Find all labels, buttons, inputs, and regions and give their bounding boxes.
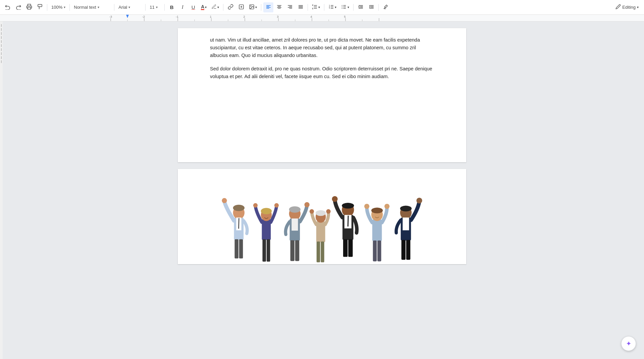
line-spacing-icon [312,4,318,11]
margin-tick-4 [1,36,2,39]
document-page-1[interactable]: ut nam. Vim ut illud ancillae, amet zril… [178,28,466,162]
svg-text:1: 1 [210,15,211,18]
svg-text:2: 2 [243,15,245,18]
svg-rect-0 [28,7,31,9]
svg-point-35 [342,6,342,7]
margin-tick-3 [1,32,2,35]
redo-button[interactable] [13,2,23,12]
editing-mode-button[interactable]: Editing ▾ [613,4,641,10]
decrease-indent-button[interactable] [356,2,366,12]
bold-button[interactable]: B [167,2,177,12]
editing-label: Editing [622,5,636,10]
highlight-chevron-icon: ▾ [217,5,219,9]
font-size-value: 11 [150,5,154,10]
bulleted-list-chevron-icon: ▾ [347,5,349,9]
link-button[interactable] [225,2,235,12]
text-color-button[interactable]: A ▾ [199,2,209,12]
svg-text:-2: -2 [142,15,145,18]
svg-text:5: 5 [344,15,345,18]
image-button[interactable]: ▾ [247,2,259,12]
paint-format-button[interactable] [35,2,45,12]
image-container [210,177,434,264]
print-button[interactable] [24,2,34,12]
editing-chevron-icon: ▾ [637,5,639,9]
line-spacing-chevron-icon: ▾ [318,5,320,9]
svg-point-34 [342,5,342,6]
underline-button[interactable]: U [188,2,198,12]
svg-text:-1: -1 [176,15,178,18]
svg-rect-94 [291,219,298,231]
image-chevron-icon: ▾ [255,5,257,9]
svg-rect-115 [373,241,377,261]
svg-point-97 [316,210,326,216]
separator-4 [145,4,146,11]
line-spacing-button[interactable]: ▾ [310,2,322,12]
svg-rect-116 [377,241,381,261]
italic-icon: I [182,4,183,10]
link-icon [228,4,233,11]
svg-rect-92 [290,240,294,261]
svg-point-105 [332,196,338,202]
separator-6 [223,4,223,11]
underline-icon: U [192,4,195,10]
increase-indent-button[interactable] [366,2,376,12]
svg-point-76 [222,198,227,203]
svg-rect-86 [263,239,266,262]
numbered-list-icon: 1 2 3 [328,4,334,11]
svg-point-99 [326,209,330,214]
separator-7 [261,4,261,11]
svg-point-91 [305,202,310,207]
highlight-button[interactable]: ▾ [209,2,221,12]
svg-point-120 [417,198,422,203]
margin-tick-10 [1,60,2,63]
page-1-content: ut nam. Vim ut illud ancillae, amet zril… [210,36,434,80]
undo-button[interactable] [3,2,13,12]
left-margin-bar [0,21,3,359]
justify-button[interactable] [296,2,306,12]
bold-icon: B [170,4,174,10]
svg-rect-106 [343,239,347,257]
svg-rect-100 [317,241,320,262]
toolbar: 100% ▾ Normal text ▾ Arial ▾ 11 ▾ B I U … [0,0,644,15]
insert-comment-button[interactable] [236,2,246,12]
svg-point-83 [261,208,272,214]
svg-rect-122 [406,240,410,260]
separator-1 [47,4,47,11]
svg-point-104 [342,203,354,208]
clear-format-button[interactable] [381,2,391,12]
content-area: ut nam. Vim ut illud ancillae, amet zril… [0,21,644,359]
margin-tick-5 [1,40,2,43]
svg-point-84 [253,203,258,207]
bulleted-list-button[interactable]: ▾ [339,2,351,12]
zoom-value: 100% [51,5,62,10]
svg-rect-121 [401,240,406,260]
align-center-button[interactable] [274,2,284,12]
ai-assistant-button[interactable]: ✦ [621,336,636,351]
text-style-label: Normal text [74,5,96,10]
text-style-dropdown[interactable]: Normal text ▾ [72,2,112,12]
align-right-button[interactable] [285,2,295,12]
italic-button[interactable]: I [177,2,187,12]
align-left-button[interactable] [263,2,273,12]
ruler: -3 -2 -1 1 2 3 4 5 [0,15,644,21]
increase-indent-icon [369,4,374,11]
svg-rect-87 [267,239,270,262]
document-page-2[interactable] [178,169,466,264]
font-chevron-icon: ▾ [128,5,130,9]
svg-point-90 [289,206,301,213]
svg-text:4: 4 [310,15,312,18]
svg-point-114 [384,204,389,209]
print-icon [26,4,32,11]
font-size-dropdown[interactable]: 11 ▾ [148,2,162,12]
numbered-list-button[interactable]: 1 2 3 ▾ [326,2,338,12]
separator-5 [164,4,165,11]
svg-text:3: 3 [277,15,278,18]
svg-rect-101 [321,241,324,262]
margin-tick-2 [1,28,2,31]
zoom-dropdown[interactable]: 100% ▾ [49,2,67,12]
align-right-icon [287,4,293,11]
svg-point-36 [342,8,342,8]
highlight-icon [211,4,217,10]
font-dropdown[interactable]: Arial ▾ [116,2,143,12]
redo-icon [15,4,21,11]
